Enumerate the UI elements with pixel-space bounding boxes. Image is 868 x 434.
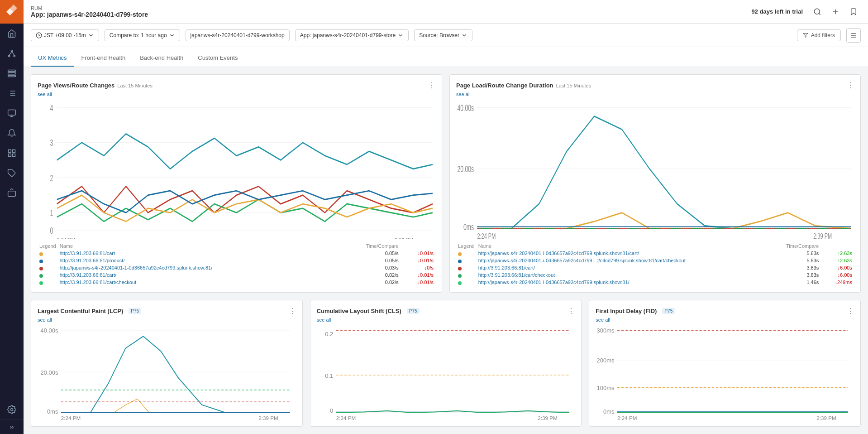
svg-rect-17 <box>9 150 11 153</box>
add-filters-btn[interactable]: Add filters <box>797 29 841 41</box>
menu-btn[interactable] <box>846 28 861 43</box>
legend-color <box>38 279 58 286</box>
legend-url[interactable]: http://3.91.203.66:81/product/ <box>58 257 336 264</box>
legend-url[interactable]: http://3.91.203.66:81/cart/ <box>477 264 763 271</box>
page-views-chart: 4 3 2 1 0 2:24 PM 2:39 PM <box>38 99 435 239</box>
legend-url[interactable]: http://3.91.203.66:81/cart/checkout <box>477 271 763 279</box>
sidebar-item-settings[interactable] <box>0 400 24 420</box>
fid-chart: 300ms 200ms 100ms 0ms 2:24 PM 2:39 PM <box>596 324 854 420</box>
legend-url[interactable]: http://japanws-s4r-20240401-1-0d36657a92… <box>58 264 336 271</box>
page-load-menu[interactable]: ⋮ <box>847 81 854 90</box>
bookmark-icon[interactable] <box>846 5 861 19</box>
legend-row: http://3.91.203.66:81/product/ 0.05/s ↓0… <box>38 257 435 264</box>
legend-value: 0.03/s <box>336 264 401 271</box>
sidebar-item-alerts[interactable] <box>0 123 24 143</box>
svg-text:20.00s: 20.00s <box>457 164 474 174</box>
svg-line-4 <box>12 52 14 55</box>
legend-value: 0.05/s <box>336 257 401 264</box>
svg-marker-29 <box>803 33 808 37</box>
page-views-menu[interactable]: ⋮ <box>428 81 435 90</box>
legend-color <box>456 257 477 264</box>
lcp-menu[interactable]: ⋮ <box>289 307 296 315</box>
sidebar-item-infrastructure[interactable] <box>0 63 24 83</box>
add-filters-label: Add filters <box>811 32 835 39</box>
legend-color <box>38 271 58 279</box>
legend-url[interactable]: http://japanws-s4r-20240401-i-0d36657a92… <box>477 257 763 264</box>
legend-header-time: Time/Compare <box>336 242 401 250</box>
sidebar-item-list[interactable] <box>0 83 24 103</box>
legend-change: ↓6.00s <box>820 264 854 271</box>
svg-text:2:39 PM: 2:39 PM <box>395 236 413 239</box>
page-load-chart: 40.00s 20.00s 0ms 2:24 PM 2:39 PM <box>456 99 854 239</box>
legend-value: 0.05/s <box>336 250 401 257</box>
add-icon[interactable] <box>828 5 843 19</box>
legend-row: http://japanws-s4r-20240401-i-0d36657a92… <box>456 250 854 257</box>
svg-text:0ms: 0ms <box>47 409 58 415</box>
splunk-logo[interactable] <box>0 0 24 24</box>
cls-card: Cumulative Layout Shift (CLS) P75 ⋮ see … <box>310 300 582 427</box>
svg-text:300ms: 300ms <box>597 328 615 334</box>
sidebar-item-home[interactable] <box>0 24 24 43</box>
legend-change: ↓0.01/s <box>401 250 435 257</box>
page-views-legend: Legend Name Time/Compare http://3.91.203… <box>38 242 435 286</box>
sidebar-expand[interactable] <box>0 420 24 434</box>
svg-text:0: 0 <box>50 226 53 236</box>
tab-ux-metrics[interactable]: UX Metrics <box>31 50 74 67</box>
app-filter-btn[interactable]: App: japanws-s4r-20240401-d799-store <box>295 29 409 41</box>
lcp-card: Largest Contentful Paint (LCP) P75 ⋮ see… <box>31 300 303 427</box>
legend-color <box>456 250 477 257</box>
time-range-btn[interactable]: JST +09:00 -15m <box>31 29 99 41</box>
legend-url[interactable]: http://3.91.203.66:81/cart <box>58 250 336 257</box>
legend-row: http://3.91.203.66:81/cart/checkout 0.02… <box>38 279 435 286</box>
environment-btn[interactable]: japanws-s4r-20240401-d799-workshop <box>186 29 290 41</box>
legend-header-name: Name <box>58 242 336 250</box>
svg-line-3 <box>9 52 12 55</box>
compare-btn[interactable]: Compare to: 1 hour ago <box>105 29 180 41</box>
svg-text:1: 1 <box>50 208 53 218</box>
fid-see-all[interactable]: see all <box>596 317 854 323</box>
svg-text:40.00s: 40.00s <box>40 328 58 334</box>
svg-rect-6 <box>8 72 16 74</box>
sidebar-item-devices[interactable] <box>0 103 24 123</box>
svg-text:20.00s: 20.00s <box>40 369 58 376</box>
sidebar-item-dashboard[interactable] <box>0 143 24 163</box>
search-icon[interactable] <box>810 5 825 19</box>
svg-text:0: 0 <box>330 407 333 414</box>
page-load-see-all[interactable]: see all <box>456 92 854 97</box>
tab-backend-health[interactable]: Back-end Health <box>133 50 191 67</box>
legend-url[interactable]: http://japanws-s4r-20240401-i-0d36657a92… <box>477 250 763 257</box>
legend-color <box>456 271 477 279</box>
tab-custom-events[interactable]: Custom Events <box>191 50 245 67</box>
cls-menu[interactable]: ⋮ <box>568 307 575 315</box>
trial-badge: 92 days left in trial <box>752 8 803 15</box>
legend-color <box>38 264 58 271</box>
page-views-card: Page Views/Route Changes Last 15 Minutes… <box>31 74 442 293</box>
legend-row: http://3.91.203.66:81/cart/ 3.63s ↓6.00s <box>456 264 854 271</box>
tab-frontend-health[interactable]: Front-end Health <box>74 50 133 67</box>
page-views-see-all[interactable]: see all <box>38 92 435 97</box>
lcp-see-all[interactable]: see all <box>38 317 296 323</box>
sidebar-item-integrations[interactable] <box>0 183 24 203</box>
svg-point-2 <box>14 55 15 57</box>
legend-value: 5.63s <box>763 250 820 257</box>
legend-url[interactable]: http://japanws-s4r-20240401-i-0d36657a92… <box>477 279 763 286</box>
content-area: Page Views/Route Changes Last 15 Minutes… <box>24 67 868 434</box>
legend-row: http://3.91.203.66:81/cart/ 0.02/s ↓0.01… <box>38 271 435 279</box>
legend-url[interactable]: http://3.91.203.66:81/cart/ <box>58 271 336 279</box>
svg-text:2:24 PM: 2:24 PM <box>477 232 496 239</box>
svg-text:0ms: 0ms <box>463 222 474 232</box>
legend-change: ↓0/s <box>401 264 435 271</box>
legend-url[interactable]: http://3.91.203.66:81/cart/checkout <box>58 279 336 286</box>
sidebar-item-tags[interactable] <box>0 163 24 183</box>
source-btn[interactable]: Source: Browser <box>414 29 472 41</box>
svg-text:100ms: 100ms <box>597 385 615 391</box>
top-card-row: Page Views/Route Changes Last 15 Minutes… <box>31 74 861 293</box>
environment-label: japanws-s4r-20240401-d799-workshop <box>191 32 285 39</box>
sidebar-item-topology[interactable] <box>0 43 24 63</box>
fid-menu[interactable]: ⋮ <box>847 307 854 315</box>
legend-row: http://japanws-s4r-20240401-1-0d36657a92… <box>38 264 435 271</box>
legend-change: ↓0.01/s <box>401 279 435 286</box>
main-content: RUM App: japanws-s4r-20240401-d799-store… <box>24 0 868 434</box>
cls-see-all[interactable]: see all <box>317 317 575 323</box>
pl-legend-header-time: Time/Compare <box>763 242 820 250</box>
